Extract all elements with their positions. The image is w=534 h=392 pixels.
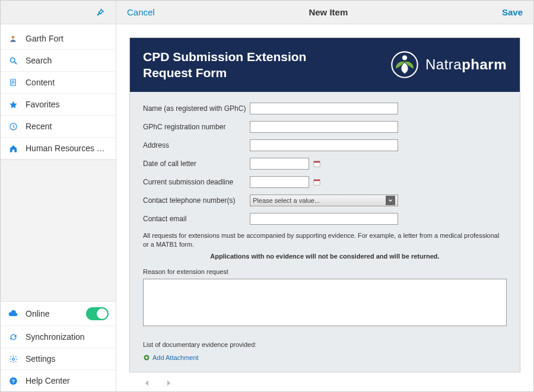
svg-point-0 xyxy=(12,36,15,39)
cancel-button[interactable]: Cancel xyxy=(127,7,155,17)
sidebar-item-label: Synchronization xyxy=(26,332,109,342)
document-icon xyxy=(8,77,18,88)
select-value: Please select a value... xyxy=(253,197,320,204)
field-phone: Contact telephone number(s) Please selec… xyxy=(143,195,507,206)
field-letter-date: Date of call letter xyxy=(143,158,507,170)
phone-select[interactable]: Please select a value... xyxy=(250,195,398,206)
address-label: Address xyxy=(143,141,250,149)
sidebar-item-label: Garth Fort xyxy=(26,34,109,43)
deadline-input[interactable] xyxy=(250,176,309,188)
evidence-label: List of documentary evidence provided: xyxy=(143,341,507,348)
plus-icon xyxy=(143,354,150,361)
sidebar-item-content[interactable]: Content xyxy=(1,72,116,94)
prev-button[interactable] xyxy=(142,378,152,388)
reg-label: GPhC registration number xyxy=(143,123,250,131)
sidebar-item-label: Recent xyxy=(26,122,109,131)
deadline-label: Current submission deadline xyxy=(143,178,250,186)
form-container: CPD Submission Extension Request Form Na… xyxy=(129,37,520,372)
sidebar-item-label: Content xyxy=(26,78,109,87)
sidebar-item-help[interactable]: ? Help Center xyxy=(1,370,116,391)
form-header: CPD Submission Extension Request Form Na… xyxy=(130,38,520,92)
sidebar-item-label: Human Resources W… xyxy=(26,144,109,153)
main: Cancel New Item Save CPD Submission Exte… xyxy=(116,1,533,391)
sidebar-item-label: Search xyxy=(26,56,109,65)
sync-icon xyxy=(8,332,18,342)
letter-date-label: Date of call letter xyxy=(143,160,250,168)
sidebar-item-user[interactable]: Garth Fort xyxy=(1,28,116,50)
sidebar-item-hr[interactable]: Human Resources W… xyxy=(1,138,116,160)
reason-textarea[interactable] xyxy=(143,279,507,326)
form-body: Name (as registered with GPhC) GPhC regi… xyxy=(130,92,520,372)
add-attachment-button[interactable]: Add Attachment xyxy=(143,354,507,366)
pin-icon[interactable] xyxy=(96,8,105,17)
reg-input[interactable] xyxy=(250,121,398,133)
info-text: All requests for extensions must be acco… xyxy=(143,231,507,250)
cloud-icon xyxy=(8,308,18,319)
clock-icon xyxy=(8,121,18,132)
sidebar-item-recent[interactable]: Recent xyxy=(1,116,116,138)
gear-icon xyxy=(8,353,18,364)
sidebar-item-label: Settings xyxy=(26,354,109,364)
sidebar-item-label: Online xyxy=(26,309,79,318)
field-reg: GPhC registration number xyxy=(143,121,507,133)
svg-point-12 xyxy=(402,55,407,60)
address-input[interactable] xyxy=(250,139,398,151)
svg-rect-18 xyxy=(314,180,320,181)
topbar: Cancel New Item Save xyxy=(116,1,533,24)
star-icon xyxy=(8,99,18,110)
sidebar-item-label: Help Center xyxy=(26,376,109,385)
svg-text:?: ? xyxy=(11,378,14,384)
next-button[interactable] xyxy=(164,378,173,388)
sidebar-item-online[interactable]: Online xyxy=(1,302,116,326)
letter-date-input[interactable] xyxy=(250,158,309,170)
field-name: Name (as registered with GPhC) xyxy=(143,103,507,114)
home-icon xyxy=(8,143,18,154)
svg-point-8 xyxy=(12,358,14,360)
sidebar-item-label: Favorites xyxy=(26,100,109,109)
sidebar-bottom: Online Synchronization Settings ? Help C… xyxy=(1,302,116,391)
app-root: Garth Fort Search Content Favorites Rece… xyxy=(1,1,533,391)
brand-name: Natrapharm xyxy=(425,56,507,73)
sidebar-spacer xyxy=(1,160,116,302)
svg-point-1 xyxy=(10,58,15,62)
content-area: CPD Submission Extension Request Form Na… xyxy=(116,24,533,391)
search-icon xyxy=(8,55,18,66)
sidebar-nav: Garth Fort Search Content Favorites Rece… xyxy=(1,24,116,160)
page-title: New Item xyxy=(155,7,502,17)
email-label: Contact email xyxy=(143,215,250,223)
online-toggle[interactable] xyxy=(86,307,109,320)
svg-rect-14 xyxy=(314,161,320,162)
sidebar: Garth Fort Search Content Favorites Rece… xyxy=(1,1,116,391)
reason-label: Reason for extension request xyxy=(143,268,507,275)
form-title: CPD Submission Extension Request Form xyxy=(143,49,333,81)
warning-text: Applications with no evidence will not b… xyxy=(143,253,507,260)
logo-icon xyxy=(390,50,419,79)
field-email: Contact email xyxy=(143,213,507,225)
sidebar-header xyxy=(1,1,116,24)
name-label: Name (as registered with GPhC) xyxy=(143,104,250,113)
calendar-icon[interactable] xyxy=(313,160,321,168)
sidebar-item-sync[interactable]: Synchronization xyxy=(1,326,116,348)
field-deadline: Current submission deadline xyxy=(143,176,507,188)
form-nav xyxy=(129,372,520,391)
add-attachment-label: Add Attachment xyxy=(152,354,199,361)
save-button[interactable]: Save xyxy=(502,7,523,17)
field-address: Address xyxy=(143,139,507,151)
sidebar-item-search[interactable]: Search xyxy=(1,50,116,72)
person-icon xyxy=(8,33,18,44)
email-input[interactable] xyxy=(250,213,398,225)
calendar-icon[interactable] xyxy=(313,178,321,186)
brand-logo: Natrapharm xyxy=(390,50,507,79)
chevron-down-icon xyxy=(386,196,395,205)
svg-line-2 xyxy=(14,62,17,64)
sidebar-item-favorites[interactable]: Favorites xyxy=(1,94,116,116)
sidebar-item-settings[interactable]: Settings xyxy=(1,348,116,370)
help-icon: ? xyxy=(8,375,18,386)
name-input[interactable] xyxy=(250,103,398,114)
phone-label: Contact telephone number(s) xyxy=(143,196,250,205)
